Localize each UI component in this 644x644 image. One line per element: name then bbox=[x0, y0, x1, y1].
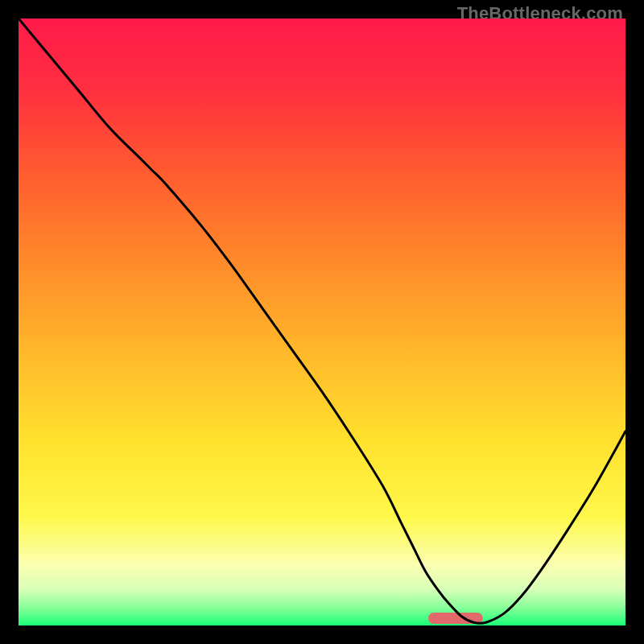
chart-svg bbox=[19, 19, 625, 625]
plot-area bbox=[19, 19, 625, 625]
gradient-background bbox=[19, 19, 625, 625]
chart-frame: TheBottleneck.com bbox=[0, 0, 644, 644]
